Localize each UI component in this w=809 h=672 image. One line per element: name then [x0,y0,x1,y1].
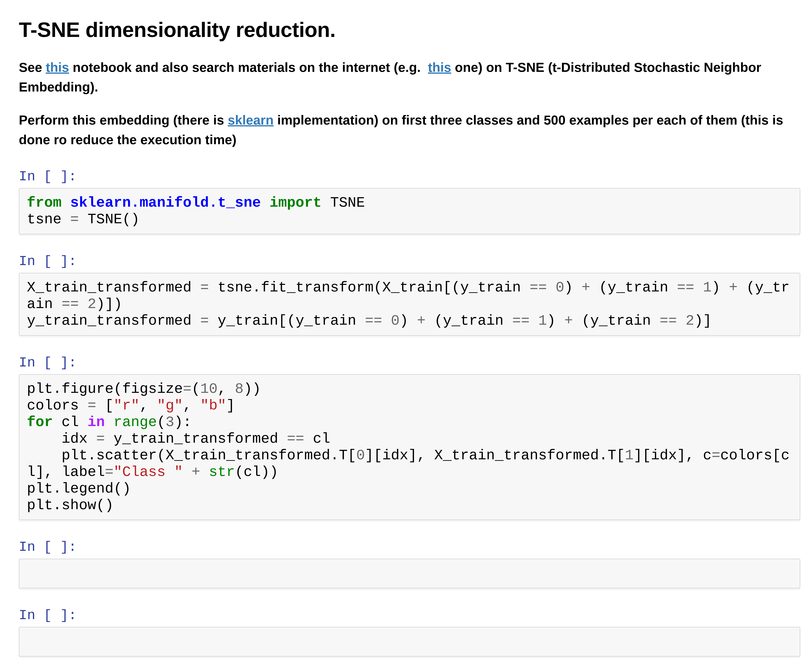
code-token: TSNE() [79,211,139,228]
code-token: ][idx], c [634,447,712,464]
code-token-o: + [564,313,573,329]
code-token [382,313,391,329]
code-token: ) [399,313,417,329]
code-token-m: 0 [556,279,564,296]
code-token-o: + [417,313,426,329]
code-token: , [218,381,235,397]
code-cells-section: In [ ]:from sklearn.manifold.t_sne impor… [19,169,800,657]
notebook-cell: In [ ]: [19,540,800,588]
code-token: [ [96,397,114,414]
code-token: (y_train [573,313,660,329]
markdown-paragraph: See this notebook and also search materi… [19,58,800,97]
code-token: )]) [96,296,122,312]
code-token-o: + [729,279,738,296]
code-token-s: "g" [157,397,183,414]
code-token [105,414,114,431]
inline-link[interactable]: this [46,60,69,75]
code-token: ) [564,279,582,296]
code-token-ow: in [87,414,105,431]
code-token: y_train_transformed [105,431,287,447]
notebook-cell: In [ ]:X_train_transformed = tsne.fit_tr… [19,254,800,336]
code-token-k: from [27,194,62,211]
code-token: ( [191,381,200,397]
code-token: tsne.fit_transform(X_train[(y_train [209,279,530,296]
code-token-o: == [677,279,694,296]
code-token: ) [712,279,729,296]
code-token-o: == [287,431,304,447]
code-token-o: == [365,313,382,329]
code-token: (cl)) [235,464,278,480]
inline-link[interactable]: this [428,60,451,75]
code-token: plt.legend() [27,481,131,497]
code-token [79,296,88,312]
code-token-o: = [105,464,114,480]
code-token-m: 0 [391,313,400,329]
code-input-area [19,627,800,657]
code-block: X_train_transformed = tsne.fit_transform… [27,279,792,329]
code-token: )) [243,381,261,397]
code-token: cl [53,414,87,431]
code-input-area: plt.figure(figsize=(10, 8)) colors = ["r… [19,374,800,520]
code-token-nb: str [209,464,235,480]
code-token-o: == [660,313,677,329]
code-token [183,464,191,480]
code-token-m: 3 [166,414,175,431]
input-prompt: In [ ]: [19,540,800,555]
code-token: tsne [27,211,70,228]
markdown-section: See this notebook and also search materi… [19,58,800,149]
code-block [27,565,792,582]
code-token-s: "b" [200,397,226,414]
input-prompt: In [ ]: [19,169,800,185]
code-token-o: + [582,279,590,296]
code-token [200,464,209,480]
code-token-m: 0 [356,447,365,464]
code-token: plt.show() [27,497,114,513]
code-token-o: = [712,447,720,464]
code-token-o: == [530,279,547,296]
code-token-s: "Class " [114,464,183,480]
code-block [27,633,792,650]
notebook-cell: In [ ]:from sklearn.manifold.t_sne impor… [19,169,800,235]
code-token: ( [157,414,166,431]
code-token: ] [226,397,235,414]
code-token: idx [27,431,96,447]
paragraph-text: notebook and also search materials on th… [69,60,428,75]
code-token: ][idx], X_train_transformed.T[ [365,447,625,464]
code-token-m: 10 [200,381,218,397]
code-token [530,313,538,329]
code-token-m: 1 [538,313,547,329]
markdown-paragraph: Perform this embedding (there is sklearn… [19,110,800,149]
code-token: y_train_transformed [27,313,200,329]
code-token: ) [547,313,564,329]
code-token-o: = [183,381,191,397]
inline-link[interactable]: sklearn [228,113,274,127]
code-token: , [139,397,157,414]
code-token [62,194,70,211]
code-token-nb: range [114,414,157,431]
code-token: TSNE [322,194,365,211]
code-token-o: = [200,313,209,329]
code-token-nn: sklearn.manifold.t_sne [70,194,261,211]
notebook-cell: In [ ]: [19,608,800,657]
code-token [547,279,556,296]
code-token: y_train[(y_train [209,313,365,329]
code-token-k: for [27,414,53,431]
code-token: cl [304,431,330,447]
code-token-m: 2 [686,313,694,329]
code-token-m: 2 [87,296,96,312]
code-token-o: == [512,313,530,329]
input-prompt: In [ ]: [19,355,800,371]
notebook-cell: In [ ]:plt.figure(figsize=(10, 8)) color… [19,355,800,520]
code-token: plt.scatter(X_train_transformed.T[ [27,447,356,464]
code-token: (y_train [426,313,512,329]
code-token-o: == [62,296,79,312]
code-token: X_train_transformed [27,279,200,296]
code-token [261,194,270,211]
code-token: (y_train [590,279,677,296]
code-token-o: + [191,464,200,480]
paragraph-text: Perform this embedding (there is [19,113,228,127]
code-token-m: 1 [625,447,634,464]
code-token [694,279,703,296]
code-input-area: from sklearn.manifold.t_sne import TSNE … [19,188,800,235]
code-input-area: X_train_transformed = tsne.fit_transform… [19,273,800,336]
